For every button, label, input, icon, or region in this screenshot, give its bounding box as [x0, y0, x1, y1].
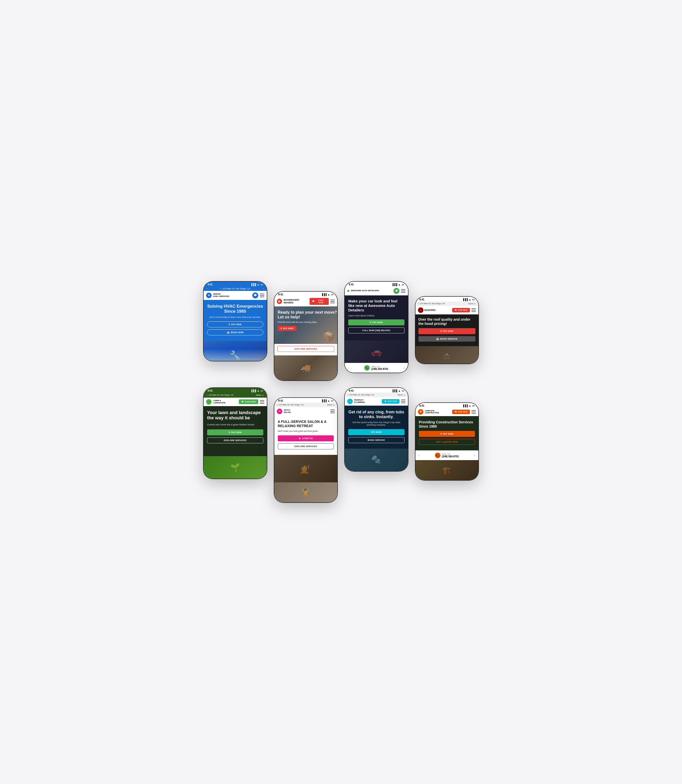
chat-icon-construction: 💬 — [455, 411, 457, 413]
call-banner-auto: ‹ 📞 CALL US (248) 550-8701 › — [345, 363, 408, 373]
brand-salon: SAVVYSALON — [284, 409, 291, 414]
brand-lawn: Lawn &Landscape — [213, 400, 226, 404]
chat-btn-movers[interactable]: 💬 CHAT NOW — [309, 298, 329, 305]
chevron-left-auto[interactable]: ‹ — [348, 366, 349, 370]
explore-btn-movers[interactable]: EXPLORE SERVICES — [277, 346, 335, 352]
hero-title-roof: Over the roof quality and under the hood… — [418, 318, 476, 326]
chat-btn-construction[interactable]: 💬 CHAT NOW — [452, 410, 470, 414]
more-btn-lawn[interactable]: More ∧ — [256, 394, 264, 396]
dollar-movers: $ — [281, 327, 282, 330]
explore-btn-salon[interactable]: EXPLORE SERVICES — [278, 443, 334, 449]
hero-salon: A FULL-SERVICE SALON & A RELAXING RETREA… — [274, 416, 338, 455]
lawn-image: 🌱 — [204, 456, 267, 479]
pay-btn-movers[interactable]: $ PAY NOW — [278, 326, 296, 331]
phone-construction: 9:41 ▐▐▐ ▲ ▭ ✖ COMPLETECONSTRUCTION � — [416, 403, 479, 481]
brand-construction: COMPLETECONSTRUCTION — [425, 410, 439, 414]
hero-title-salon: A FULL-SERVICE SALON & A RELAXING RETREA… — [278, 420, 334, 428]
movers-icon: 🏠 — [277, 299, 282, 304]
hero-lawn: Your lawn and landscape the way it shoul… — [204, 406, 267, 456]
address-plumbing: ⌂ 123 Main St, San Diego, CA More ∧ — [345, 393, 408, 397]
pay-now-btn-hvac[interactable]: $ PAY NOW — [207, 321, 263, 327]
chat-icon-auto[interactable]: 💬 — [394, 288, 400, 294]
menu-roof[interactable] — [472, 308, 476, 312]
chat-btn-plumbing[interactable]: 💬 CHAT NOW — [382, 399, 400, 404]
nav-movers: 🏠 Magnificent Movers 💬 CHAT NOW — [274, 296, 338, 307]
plumbing-icon: 🔧 — [347, 399, 353, 404]
dollar-icon-hvac: $ — [229, 323, 230, 326]
phone-auto: 9:41 ▐▐▐ ▲ ▭ AWESOME AUTO DETAILERS 💬 — [345, 282, 408, 373]
time-hvac: 9:41 — [207, 283, 213, 286]
more-btn-roof[interactable]: More ∧ — [468, 302, 476, 305]
construction-icon: ✖ — [418, 409, 424, 415]
status-bar-construction: 9:41 ▐▐▐ ▲ ▭ — [416, 403, 479, 408]
status-bar-salon: 9:41 ▐▐▐ ▲ ▭ — [274, 398, 338, 402]
chat-btn-lawn[interactable]: 💬 CHAT NOW — [239, 399, 258, 404]
hero-img-movers: 📦 Ready to plan your next move? Let us h… — [274, 307, 338, 355]
hero-sub-salon: We'll make you look good and feel great. — [278, 430, 334, 433]
signal-movers: ▐▐▐ — [321, 293, 327, 296]
pay-btn-construction[interactable]: $ PAY NOW — [419, 431, 475, 437]
menu-construction[interactable] — [472, 410, 476, 414]
menu-plumbing[interactable] — [401, 400, 405, 403]
chevron-right-auto[interactable]: › — [404, 366, 405, 370]
address-text-hvac: 123 Main St, San Diego, CA — [222, 287, 250, 290]
menu-auto[interactable] — [401, 289, 405, 293]
auto-status-dot — [347, 290, 349, 292]
brand-movers: 🏠 Magnificent Movers — [277, 299, 310, 304]
chat-btn-roof[interactable]: 💬 CHAT NOW — [452, 308, 470, 312]
bottom-image-movers: 🚚 — [274, 355, 338, 380]
chevron-left-construction[interactable]: ‹ — [418, 453, 420, 457]
phone-lawn: 9:41 ▐▐▐ ▲ ▭ ⌂ 123 Main St, San Diego, C… — [204, 388, 267, 479]
pay-btn-lawn[interactable]: $ PAY NOW — [207, 430, 263, 435]
hero-subtitle-hvac: Get in touch today to learn more about o… — [207, 316, 263, 318]
call-label-construction: CALL US — [442, 453, 459, 455]
phone-salon: 9:41 ▐▐▐ ▲ ▭ ⌂ 123 Main St, San Diego, C… — [274, 398, 338, 503]
menu-lawn[interactable] — [260, 400, 264, 404]
roof-image: 🏚️ — [416, 346, 479, 364]
stretch-btn-salon[interactable]: ⊕ STRETCH — [278, 435, 334, 441]
chevron-right-icon: › — [263, 287, 264, 290]
menu-icon-hvac[interactable] — [260, 294, 264, 297]
chat-icon-plumbing: 💬 — [384, 400, 386, 402]
call-btn-auto[interactable]: CALL NOW (248) 550-8701 — [348, 327, 405, 334]
worker-figure-hvac: 🔧 — [229, 350, 241, 361]
address-salon: ⌂ 123 Main St, San Diego, CA More ∧ — [274, 402, 338, 407]
pay-btn-roof[interactable]: $ PAY NOW — [418, 328, 476, 334]
book-btn-plumbing[interactable]: BOOK SERVICE — [348, 437, 405, 443]
chat-icon-btn-hvac[interactable]: 💬 — [252, 292, 258, 299]
brand-name-hvac: HEROICHVAC SERVICES — [213, 293, 229, 298]
status-bar-hvac: 9:41 ▐▐▐ ▲ ▭ — [204, 282, 267, 286]
book-now-btn-hvac[interactable]: 📅 BOOK NOW — [207, 329, 263, 335]
explore-btn-lawn[interactable]: EXPLORE SERVICES — [207, 438, 263, 443]
lawn-brand-icon: 🌿 — [206, 399, 212, 405]
hero-auto: Make your car look and feel like new at … — [345, 295, 408, 340]
more-btn-plumbing[interactable]: More ∧ — [398, 394, 405, 396]
pay-btn-auto[interactable]: $ PAY NOW — [348, 319, 405, 326]
address-lawn: 123 Main St, San Diego, CA — [209, 394, 234, 396]
more-btn-salon[interactable]: More ∧ — [327, 404, 335, 406]
book-btn-roof[interactable]: 📅 BOOK SERVICE — [418, 336, 476, 342]
time-salon: 9:41 — [278, 399, 283, 402]
hero-hvac: Solving HVAC Emergencies Since 1985 Get … — [204, 300, 267, 341]
hero-sub-plumbing: Get free quote today from San Diego's to… — [348, 421, 405, 426]
battery-movers: ▭ — [331, 293, 333, 296]
chevron-right-construction[interactable]: › — [474, 453, 475, 457]
hero-title-construction: Providing Construction Services Since 19… — [419, 420, 475, 429]
salon-image: 💇 — [274, 455, 338, 482]
hero-roof: Over the roof quality and under the hood… — [416, 315, 479, 346]
salon-icon: ✂ — [277, 409, 282, 414]
nav-lawn: 🌿 Lawn &Landscape 💬 CHAT NOW — [204, 398, 267, 406]
menu-movers[interactable] — [330, 300, 335, 303]
brand-roof: ROOFPRO — [424, 309, 436, 311]
status-bar-movers: 9:41 ▐▐▐ ▲ ▭ — [274, 292, 338, 296]
hero-title-auto: Make your car look and feel like new at … — [348, 299, 405, 312]
pay-btn-plumbing[interactable]: PAY NOW — [348, 429, 405, 435]
time-lawn: 9:41 — [207, 390, 213, 392]
menu-salon[interactable] — [330, 410, 335, 413]
brand-plumbing: PerfectPlumbing — [354, 399, 365, 404]
home-icon-roof: ⌂ — [418, 302, 419, 305]
quote-btn-construction[interactable]: GET A QUOTE NOW — [419, 439, 475, 445]
wifi-icon: ▲ — [257, 283, 260, 286]
nav-salon: ✂ SAVVYSALON — [274, 407, 338, 416]
roof-brand-icon: ⌂ — [418, 307, 424, 313]
